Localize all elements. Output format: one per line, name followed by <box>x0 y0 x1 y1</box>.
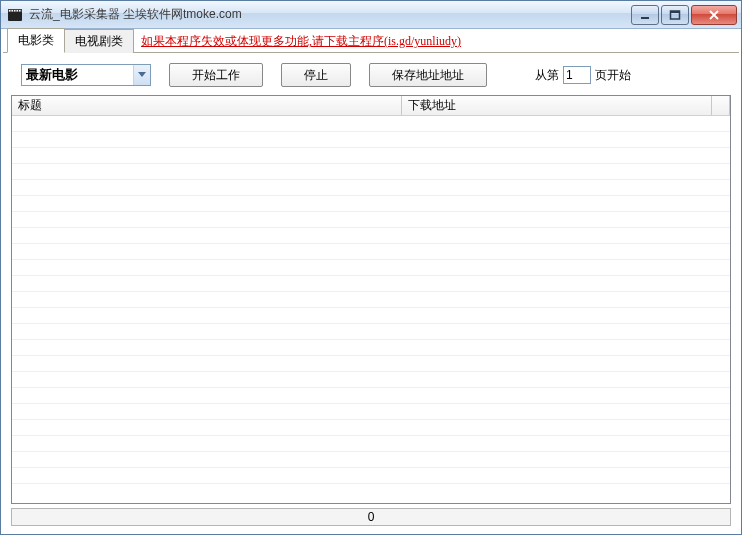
list-row <box>12 436 730 452</box>
svg-rect-3 <box>12 10 14 12</box>
list-row <box>12 196 730 212</box>
page-number-input[interactable] <box>563 66 591 84</box>
list-row <box>12 116 730 132</box>
download-main-link[interactable]: 如果本程序失效或体现更多功能,请下载主程序(is.gd/yunliudy) <box>133 30 461 53</box>
column-spacer <box>712 96 730 115</box>
svg-rect-6 <box>19 10 21 12</box>
page-prefix-label: 从第 <box>535 67 559 84</box>
stop-button[interactable]: 停止 <box>281 63 351 87</box>
list-row <box>12 404 730 420</box>
list-row <box>12 420 730 436</box>
page-start-group: 从第 页开始 <box>535 66 631 84</box>
chevron-down-icon <box>133 65 150 85</box>
progress-value: 0 <box>368 510 375 524</box>
list-row <box>12 324 730 340</box>
list-row <box>12 132 730 148</box>
list-row <box>12 148 730 164</box>
svg-rect-9 <box>671 11 680 13</box>
list-row <box>12 180 730 196</box>
list-row <box>12 292 730 308</box>
page-suffix-label: 页开始 <box>595 67 631 84</box>
close-button[interactable] <box>691 5 737 25</box>
svg-rect-7 <box>641 17 649 19</box>
toolbar: 最新电影 开始工作 停止 保存地址地址 从第 页开始 <box>3 53 739 95</box>
window-title: 云流_电影采集器 尘埃软件网tmoke.com <box>29 6 631 23</box>
tabstrip: 电影类 电视剧类 如果本程序失效或体现更多功能,请下载主程序(is.gd/yun… <box>3 31 739 53</box>
column-title[interactable]: 标题 <box>12 96 402 115</box>
list-row <box>12 452 730 468</box>
svg-rect-5 <box>17 10 19 12</box>
list-row <box>12 276 730 292</box>
progress-bar: 0 <box>11 508 731 526</box>
list-row <box>12 260 730 276</box>
category-dropdown[interactable]: 最新电影 <box>21 64 151 86</box>
list-row <box>12 468 730 484</box>
list-row <box>12 212 730 228</box>
list-row <box>12 228 730 244</box>
list-row <box>12 244 730 260</box>
tab-movie[interactable]: 电影类 <box>7 28 65 53</box>
tab-tv[interactable]: 电视剧类 <box>64 29 134 53</box>
svg-rect-2 <box>9 10 11 12</box>
svg-rect-4 <box>14 10 16 12</box>
list-row <box>12 340 730 356</box>
listview-body <box>12 116 730 503</box>
start-button[interactable]: 开始工作 <box>169 63 263 87</box>
list-row <box>12 388 730 404</box>
save-address-button[interactable]: 保存地址地址 <box>369 63 487 87</box>
minimize-button[interactable] <box>631 5 659 25</box>
listview-header: 标题 下载地址 <box>12 96 730 116</box>
list-row <box>12 164 730 180</box>
results-listview[interactable]: 标题 下载地址 <box>11 95 731 504</box>
list-row <box>12 356 730 372</box>
titlebar[interactable]: 云流_电影采集器 尘埃软件网tmoke.com <box>1 1 741 29</box>
app-icon <box>7 7 23 23</box>
list-row <box>12 372 730 388</box>
list-row <box>12 308 730 324</box>
column-download[interactable]: 下载地址 <box>402 96 712 115</box>
dropdown-value: 最新电影 <box>22 66 133 84</box>
maximize-button[interactable] <box>661 5 689 25</box>
